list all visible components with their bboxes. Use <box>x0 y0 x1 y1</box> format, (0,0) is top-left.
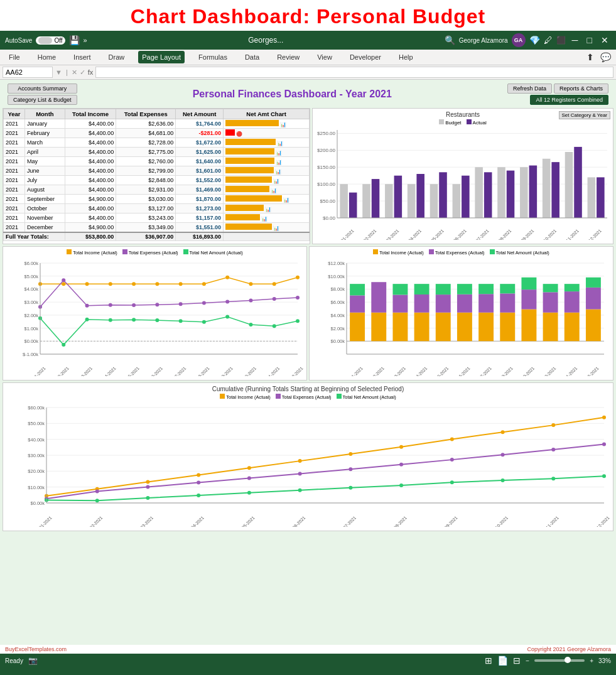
net-amount-cell: $1,469.00 <box>176 185 224 195</box>
autosave-toggle[interactable]: Off <box>36 36 65 45</box>
close-button[interactable]: ✕ <box>598 35 611 45</box>
svg-text:11-2021: 11-2021 <box>565 229 580 240</box>
share-icon[interactable]: ⬆ <box>586 52 594 62</box>
svg-point-204 <box>450 437 454 441</box>
zoom-slider[interactable] <box>534 659 585 662</box>
page-break-icon[interactable]: ⊟ <box>513 656 521 666</box>
svg-rect-141 <box>392 294 408 312</box>
set-category-button[interactable]: Set Category & Year <box>559 111 611 119</box>
zoom-minus[interactable]: − <box>526 657 529 664</box>
table-cell: 2021 <box>4 195 25 204</box>
table-cell: May <box>24 157 65 166</box>
zoom-plus[interactable]: + <box>590 657 593 664</box>
svg-point-68 <box>62 282 65 286</box>
camera-icon[interactable]: 📷 <box>28 656 38 665</box>
tab-view[interactable]: View <box>313 51 336 63</box>
fx-icon[interactable]: fx <box>88 68 94 76</box>
svg-text:$6.00k: $6.00k <box>330 300 345 305</box>
comment-icon[interactable]: 💬 <box>600 52 611 62</box>
minimize-button[interactable]: ─ <box>570 35 581 45</box>
off-label: Off <box>54 37 62 44</box>
table-cell: $4,400.00 <box>65 213 116 223</box>
restaurants-legend: Budget Actual <box>315 119 610 126</box>
svg-text:12-2021: 12-2021 <box>588 229 602 240</box>
maximize-button[interactable]: □ <box>585 35 595 45</box>
table-row: 2021February$4,400.00$4,681.00-$281.00 🔴 <box>4 129 310 138</box>
table-row: 2021September$4,900.00$3,030.00$1,870.00… <box>4 195 310 204</box>
tab-home[interactable]: Home <box>34 51 60 63</box>
confirm-icon[interactable]: ✓ <box>80 68 85 77</box>
tab-formulas[interactable]: Formulas <box>195 51 231 63</box>
pen-icon: 🖊 <box>544 35 553 45</box>
table-cell: $2,728.00 <box>116 138 176 148</box>
svg-rect-36 <box>520 167 528 218</box>
formula-bar: ▼ | ✕ ✓ fx <box>0 65 616 80</box>
svg-point-75 <box>225 276 229 279</box>
combined-button[interactable]: All 12 Registers Combined <box>530 95 608 105</box>
svg-point-229 <box>501 478 505 482</box>
tab-insert[interactable]: Insert <box>70 51 95 63</box>
bar-visual <box>225 139 276 145</box>
svg-text:10-2021: 10-2021 <box>543 229 557 240</box>
svg-point-97 <box>179 319 183 323</box>
category-budget-button[interactable]: Category List & Budget <box>8 95 77 105</box>
svg-text:09-2021: 09-2021 <box>443 516 458 527</box>
tab-file[interactable]: File <box>5 51 24 63</box>
table-cell: 2021 <box>4 185 25 195</box>
net-amount-cell: $1,672.00 <box>176 138 224 148</box>
svg-text:12-2021: 12-2021 <box>596 516 610 527</box>
tab-developer[interactable]: Developer <box>346 51 385 63</box>
table-cell: January <box>24 119 65 129</box>
tab-page-layout[interactable]: Page Layout <box>138 51 185 63</box>
footer-left: BuyExcelTemplates.com <box>5 646 67 652</box>
svg-text:$20.00k: $20.00k <box>28 468 45 474</box>
sparkline-icon: 🔴 <box>235 131 242 137</box>
svg-text:$-1.00k: $-1.00k <box>23 352 38 357</box>
search-icon[interactable]: 🔍 <box>445 35 455 45</box>
svg-rect-146 <box>414 284 430 294</box>
budget-legend-item: Budget <box>439 119 461 126</box>
svg-point-202 <box>349 452 352 456</box>
table-cell: $2,931.00 <box>116 185 176 195</box>
restaurants-svg-chart: $0.00$50.00$100.00$150.00$200.00$250.000… <box>315 127 610 240</box>
svg-point-78 <box>296 276 300 279</box>
svg-rect-157 <box>478 294 494 312</box>
accounts-summary-button[interactable]: Accounts Summary <box>8 84 77 94</box>
svg-point-76 <box>249 282 252 286</box>
grid-view-icon[interactable]: ⊞ <box>485 656 492 666</box>
svg-point-215 <box>399 463 403 467</box>
svg-rect-25 <box>439 172 447 218</box>
tab-review[interactable]: Review <box>273 51 303 63</box>
cancel-icon[interactable]: ✕ <box>72 68 77 77</box>
table-cell: April <box>24 148 65 157</box>
svg-point-100 <box>249 323 252 327</box>
table-cell: $2,760.00 <box>116 157 176 166</box>
bar-visual <box>225 129 235 136</box>
tab-help[interactable]: Help <box>395 51 417 63</box>
titlebar: AutoSave Off 💾 » Georges... 🔍 George Alz… <box>0 31 616 50</box>
save-icon[interactable]: 💾 <box>69 35 80 45</box>
svg-point-88 <box>249 299 252 303</box>
svg-text:02-2021: 02-2021 <box>55 366 70 376</box>
cell-reference[interactable] <box>3 67 53 78</box>
svg-point-95 <box>132 318 136 321</box>
formula-input[interactable] <box>95 67 613 78</box>
tab-draw[interactable]: Draw <box>105 51 129 63</box>
more-icon[interactable]: » <box>84 36 87 44</box>
svg-text:$10.00k: $10.00k <box>328 274 345 279</box>
table-cell: 2021 <box>4 129 25 138</box>
table-cell: $4,400.00 <box>65 148 116 157</box>
reports-button[interactable]: Reports & Charts <box>554 84 608 94</box>
svg-text:11-2021: 11-2021 <box>545 516 559 527</box>
sparkline-icon: 📊 <box>274 159 282 165</box>
bar-chart-cell: 📊 <box>224 223 310 233</box>
tab-data[interactable]: Data <box>241 51 263 63</box>
svg-point-82 <box>109 303 112 307</box>
svg-rect-40 <box>551 162 559 218</box>
page-view-icon[interactable]: 📄 <box>497 656 508 666</box>
table-row: 2021April$4,400.00$2,775.00$1,625.00 📊 <box>4 148 310 157</box>
table-cell: $2,775.00 <box>116 148 176 157</box>
refresh-button[interactable]: Refresh Data <box>507 84 552 94</box>
svg-rect-148 <box>436 313 451 342</box>
expand-icon[interactable]: ▼ <box>55 68 62 76</box>
